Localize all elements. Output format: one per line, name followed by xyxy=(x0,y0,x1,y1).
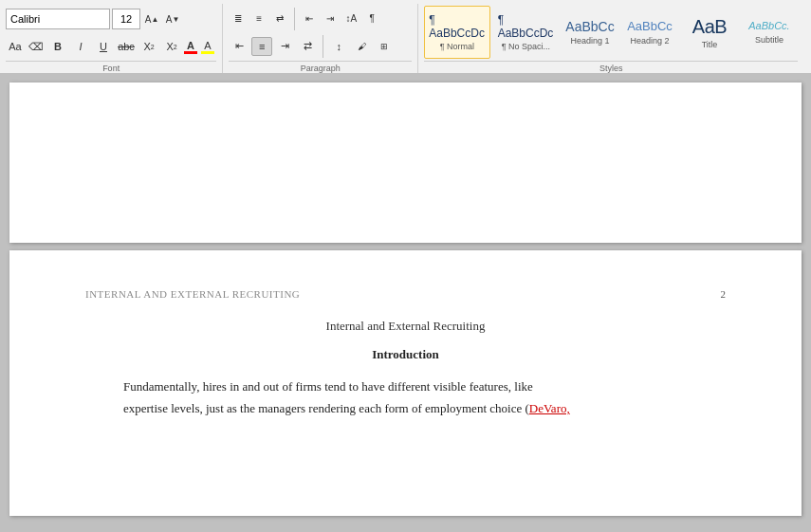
paragraph-1: Fundamentally, hires in and out of firms… xyxy=(85,376,726,397)
change-case-btn[interactable]: Aa xyxy=(6,38,25,55)
section-heading: Introduction xyxy=(85,347,726,362)
increase-indent-btn[interactable]: ⇥ xyxy=(321,10,340,28)
align-right-btn[interactable]: ⇥ xyxy=(274,37,295,56)
numbering-btn[interactable]: ≡ xyxy=(249,10,268,28)
superscript-btn[interactable]: X2 xyxy=(161,37,182,56)
align-center-btn[interactable]: ≡ xyxy=(251,37,272,56)
subscript-btn[interactable]: X2 xyxy=(138,37,159,56)
style-nospace-btn[interactable]: ¶ AaBbCcDc ¶ No Spaci... xyxy=(493,6,559,59)
strikethrough-btn[interactable]: abc xyxy=(116,37,137,56)
styles-group: ¶ AaBbCcDc ¶ Normal ¶ AaBbCcDc ¶ No Spac… xyxy=(424,4,803,73)
citation-link: DeVaro, xyxy=(529,401,570,415)
styles-group-label: Styles xyxy=(424,61,798,73)
bold-btn[interactable]: B xyxy=(47,37,68,56)
line-spacing-btn[interactable]: ↕ xyxy=(328,37,349,56)
justify-btn[interactable]: ⇄ xyxy=(297,37,318,56)
font-color-btn[interactable]: A xyxy=(184,40,197,54)
document-title: Internal and External Recruiting xyxy=(85,319,726,334)
italic-btn[interactable]: I xyxy=(70,37,91,56)
decrease-indent-btn[interactable]: ⇤ xyxy=(300,10,319,28)
font-group: A▲ A▼ Aa ⌫ B I U abc X2 X2 A xyxy=(6,4,223,73)
style-h1-btn[interactable]: AaBbCc Heading 1 xyxy=(562,6,618,59)
show-para-btn[interactable]: ¶ xyxy=(362,10,381,28)
font-group-label: Font xyxy=(6,61,216,73)
font-size-shrink-btn[interactable]: A▼ xyxy=(163,10,182,28)
style-subtitle-btn[interactable]: AaBbCc. Subtitle xyxy=(741,6,798,59)
page-1 xyxy=(9,83,802,243)
paragraph-group: ≣ ≡ ⇄ ⇤ ⇥ ↕A ¶ ⇤ ≡ ⇥ ⇄ ↕ 🖌 xyxy=(229,4,418,73)
borders-btn[interactable]: ⊞ xyxy=(374,37,395,56)
shading-btn[interactable]: 🖌 xyxy=(351,37,372,56)
bullets-btn[interactable]: ≣ xyxy=(229,10,248,28)
style-h2-btn[interactable]: AaBbCc Heading 2 xyxy=(621,6,678,59)
ribbon-toolbar: A▲ A▼ Aa ⌫ B I U abc X2 X2 A xyxy=(0,0,811,75)
running-head: INTERNAL AND EXTERNAL RECRUITING xyxy=(85,288,300,300)
page-2: INTERNAL AND EXTERNAL RECRUITING 2 Inter… xyxy=(9,250,802,516)
style-normal-btn[interactable]: ¶ AaBbCcDc ¶ Normal xyxy=(424,6,489,59)
multilevel-list-btn[interactable]: ⇄ xyxy=(270,10,289,28)
sort-btn[interactable]: ↕A xyxy=(341,10,360,28)
clear-format-btn[interactable]: ⌫ xyxy=(27,38,46,55)
font-size-grow-btn[interactable]: A▲ xyxy=(142,10,161,28)
paragraph-group-label: Paragraph xyxy=(229,61,412,73)
page-number: 2 xyxy=(721,288,727,300)
paragraph-2: expertise levels, just as the managers r… xyxy=(85,397,726,419)
highlight-color-btn[interactable]: A xyxy=(201,40,214,54)
document-area: INTERNAL AND EXTERNAL RECRUITING 2 Inter… xyxy=(0,75,811,523)
style-title-btn[interactable]: AaB Title xyxy=(681,6,738,59)
page-header: INTERNAL AND EXTERNAL RECRUITING 2 xyxy=(85,288,726,300)
underline-btn[interactable]: U xyxy=(93,37,114,56)
align-left-btn[interactable]: ⇤ xyxy=(229,37,249,56)
font-size-input[interactable] xyxy=(112,9,140,29)
font-name-input[interactable] xyxy=(6,9,110,29)
